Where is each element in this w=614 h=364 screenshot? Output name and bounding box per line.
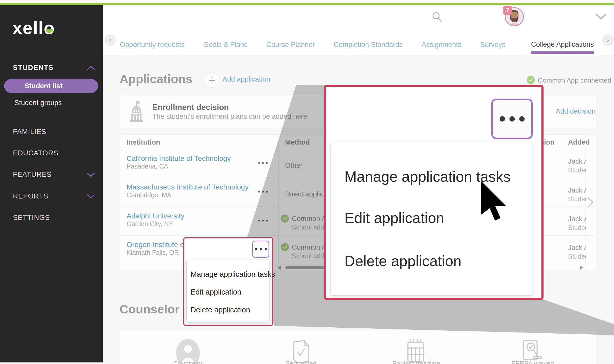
institution-location: Pasadena, CA <box>127 163 168 170</box>
hscroll-left-arrow[interactable] <box>278 265 281 270</box>
tab-course-planner[interactable]: Course Planner <box>266 41 315 49</box>
added-role: Student <box>568 253 586 260</box>
institution-building-icon <box>129 100 144 122</box>
tab-bar: Opportunity requests Goals & Plans Cours… <box>120 34 614 56</box>
sidebar-item-educators[interactable]: EDUCATORS <box>13 149 58 157</box>
row-actions-button[interactable] <box>258 162 268 164</box>
added-role: Student <box>568 167 586 174</box>
context-menu: Manage application tasks Edit applicatio… <box>186 259 270 323</box>
active-tab-underline <box>531 51 594 54</box>
row-actions-button[interactable] <box>258 220 268 221</box>
institution-location: Klamath Falls, OR <box>127 249 179 256</box>
row-actions-button[interactable] <box>258 191 268 193</box>
added-by: Jack A <box>568 157 586 165</box>
row-actions-button-highlighted[interactable] <box>252 241 269 258</box>
xello-logo[interactable]: xelloxello <box>12 18 55 38</box>
menu-item-delete-application[interactable]: Delete application <box>191 306 250 314</box>
footer-label-requested: Requested <box>262 360 340 364</box>
common-app-status: Common App connected <box>538 76 611 84</box>
tab-goals-plans[interactable]: Goals & Plans <box>203 41 248 49</box>
sidebar-section-students[interactable]: STUDENTS <box>13 64 54 72</box>
tabs-scroll-left-button[interactable]: ‹ <box>104 34 116 46</box>
method-check-icon <box>281 243 289 251</box>
added-column: Jack A Student Jack A Student Jack A Stu… <box>568 149 586 270</box>
sidebar-item-student-list[interactable]: Student list <box>4 79 98 93</box>
add-decision-link[interactable]: Add decision <box>556 107 596 115</box>
method-value: Other <box>285 162 303 170</box>
user-menu-chevron-icon[interactable] <box>595 13 607 20</box>
institution-link[interactable]: Massachusetts Institute of Technology <box>127 183 249 191</box>
col-header-added[interactable]: Added <box>568 138 590 146</box>
tab-college-applications-label: College Applications <box>531 41 594 48</box>
col-header-institution[interactable]: Institution <box>127 138 160 146</box>
brand-accent-bar <box>0 3 614 5</box>
tab-surveys[interactable]: Surveys <box>480 41 506 49</box>
tabs-scroll-right-button[interactable]: › <box>602 34 614 46</box>
footer-label-ferpa-waived: FERPA waived <box>494 360 571 364</box>
add-application-button[interactable] <box>205 73 219 88</box>
institution-location: Garden City, NY <box>127 220 173 228</box>
menu-item-delete-application-magnified[interactable]: Delete application <box>344 252 461 270</box>
enrollment-subtitle: The student's enrollment plans can be ad… <box>152 113 307 121</box>
tab-completion-standards[interactable]: Completion Standards <box>334 41 403 49</box>
menu-item-edit-application-magnified[interactable]: Edit application <box>344 209 444 226</box>
enrollment-title: Enrollment decision <box>152 103 229 112</box>
added-by: Jack A <box>568 215 586 223</box>
sidebar: xelloxello STUDENTS Student list Student… <box>0 5 103 362</box>
counselor-heading: Counselor <box>120 302 179 316</box>
plus-icon <box>205 73 219 87</box>
added-by: Jack A <box>568 244 586 252</box>
row-actions-button-magnified[interactable] <box>491 99 533 139</box>
ferpa-waived-icon <box>521 339 544 363</box>
common-app-check-icon <box>527 76 535 84</box>
student-list-label: Student list <box>25 82 62 90</box>
menu-item-edit-application[interactable]: Edit application <box>191 288 241 296</box>
sidebar-item-reports[interactable]: REPORTS <box>13 192 48 200</box>
add-application-link[interactable]: Add application <box>223 75 270 83</box>
logo-smile-icon <box>46 29 53 33</box>
footer-label-earliest-deadline: Earliest deadline <box>377 360 455 364</box>
menu-item-manage-tasks[interactable]: Manage application tasks <box>191 270 275 279</box>
mouse-cursor-icon <box>481 181 507 222</box>
institution-location: Cambridge, MA <box>127 191 171 199</box>
column-divider <box>278 134 279 270</box>
added-role: Student <box>568 195 586 203</box>
chevron-up-icon[interactable] <box>87 65 95 70</box>
table-scroll-right-chevron-icon[interactable] <box>587 197 594 208</box>
chevron-down-icon[interactable] <box>87 194 95 199</box>
tab-college-applications[interactable]: College Applications <box>524 33 601 56</box>
chevron-down-icon[interactable] <box>87 172 95 177</box>
notification-badge[interactable]: 7 <box>503 6 512 15</box>
footer-label-counselor: Counselor <box>149 360 227 364</box>
tab-assignments[interactable]: Assignments <box>422 41 462 49</box>
sidebar-item-student-groups[interactable]: Student groups <box>14 99 62 107</box>
sidebar-item-features[interactable]: FEATURES <box>13 171 52 179</box>
method-check-icon <box>281 215 289 223</box>
added-role: Student <box>568 224 586 232</box>
sidebar-item-settings[interactable]: SETTINGS <box>13 214 50 222</box>
search-icon[interactable] <box>432 11 443 22</box>
institution-link[interactable]: Adelphi University <box>127 212 184 220</box>
student-groups-label: Student groups <box>14 99 62 107</box>
sidebar-item-families[interactable]: FAMILIES <box>13 128 46 136</box>
institution-link[interactable]: California Institute of Technology <box>127 154 231 163</box>
added-by: Jack A <box>568 186 586 194</box>
tab-opportunity-requests[interactable]: Opportunity requests <box>120 41 185 49</box>
hscroll-right-arrow[interactable] <box>580 265 583 270</box>
earliest-deadline-calendar-icon <box>406 339 427 363</box>
column-divider <box>586 134 586 270</box>
page-title: Applications <box>120 72 192 86</box>
col-header-method[interactable]: Method <box>285 138 310 146</box>
